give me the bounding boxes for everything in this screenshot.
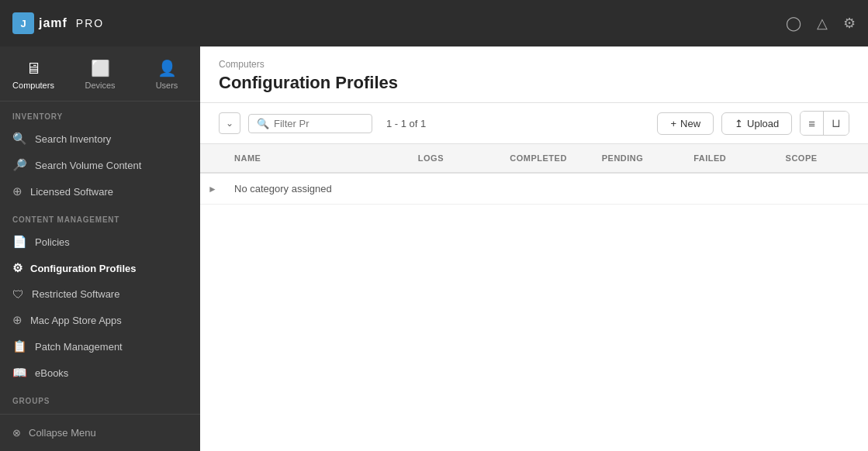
list-view-button[interactable]: ≡ xyxy=(801,112,824,135)
filter-input-wrapper[interactable]: 🔍 xyxy=(248,114,372,133)
sidebar-item-computers[interactable]: 🖥 Computers xyxy=(0,54,67,95)
jamf-logo: J jamf PRO xyxy=(12,12,104,34)
content-header: Computers Configuration Profiles xyxy=(200,46,868,103)
sidebar-item-policies[interactable]: 📄 Policies xyxy=(0,229,200,255)
mac-app-store-icon: ⊕ xyxy=(12,313,22,327)
sidebar-item-users[interactable]: 👤 Users xyxy=(133,54,200,95)
row-name: No category assigned xyxy=(225,183,409,195)
page-count: 1 - 1 of 1 xyxy=(386,118,426,129)
table-container: NAME LOGS COMPLETED PENDING FAILED SCOPE… xyxy=(200,144,868,451)
table-row: ► No category assigned xyxy=(200,174,868,204)
upload-icon: ↥ xyxy=(735,118,743,129)
user-icon[interactable]: ◯ xyxy=(786,15,801,32)
jamf-pro-text: jamf PRO xyxy=(39,16,104,30)
licensed-software-icon: ⊕ xyxy=(12,184,22,198)
restricted-software-icon: 🛡 xyxy=(12,287,24,301)
col-logs: LOGS xyxy=(409,150,500,166)
content-management-section-label: CONTENT MANAGEMENT xyxy=(0,205,200,229)
plus-icon: + xyxy=(670,118,676,129)
devices-icon: ⬜ xyxy=(91,59,110,77)
jamf-logo-icon: J xyxy=(12,12,34,34)
sidebar-item-configuration-profiles[interactable]: ⚙ Configuration Profiles xyxy=(0,255,200,281)
sidebar-item-restricted-software[interactable]: 🛡 Restricted Software xyxy=(0,281,200,307)
sidebar-item-mac-app-store[interactable]: ⊕ Mac App Store Apps xyxy=(0,307,200,333)
new-button[interactable]: + New xyxy=(657,112,714,135)
sidebar-top-icons: 🖥 Computers ⬜ Devices 👤 Users xyxy=(0,46,200,102)
collapse-menu-icon: ⊗ xyxy=(12,427,21,439)
ebooks-icon: 📖 xyxy=(12,366,27,380)
groups-section-label: GROUPS xyxy=(0,386,200,410)
col-pending: PENDING xyxy=(593,150,684,166)
col-completed: COMPLETED xyxy=(500,150,592,166)
upload-button[interactable]: ↥ Upload xyxy=(721,112,792,135)
sidebar-item-licensed-software[interactable]: ⊕ Licensed Software xyxy=(0,178,200,205)
inventory-section-label: INVENTORY xyxy=(0,102,200,126)
col-expand xyxy=(200,150,225,166)
col-name: NAME xyxy=(225,150,409,166)
collapse-toolbar-button[interactable]: ⌄ xyxy=(219,112,240,134)
breadcrumb: Computers xyxy=(219,59,849,70)
main-layout: 🖥 Computers ⬜ Devices 👤 Users INVENTORY … xyxy=(0,46,868,451)
users-icon: 👤 xyxy=(157,59,177,77)
toolbar: ⌄ 🔍 1 - 1 of 1 + New ↥ Upload ≡ ⊔ xyxy=(200,103,868,144)
lightning-icon[interactable]: △ xyxy=(817,15,828,32)
volume-search-icon: 🔎 xyxy=(12,158,27,172)
sidebar: 🖥 Computers ⬜ Devices 👤 Users INVENTORY … xyxy=(0,46,200,451)
page-title: Configuration Profiles xyxy=(219,73,849,102)
collapse-menu-button[interactable]: ⊗ Collapse Menu xyxy=(0,421,200,445)
view-toggle: ≡ ⊔ xyxy=(800,111,849,136)
sidebar-item-patch-management[interactable]: 📋 Patch Management xyxy=(0,333,200,360)
sidebar-bottom: ⊗ Collapse Menu xyxy=(0,414,200,451)
sidebar-item-ebooks[interactable]: 📖 eBooks xyxy=(0,360,200,386)
col-scope: SCOPE xyxy=(776,150,868,166)
filter-search-icon: 🔍 xyxy=(257,118,269,129)
configuration-profiles-icon: ⚙ xyxy=(12,261,22,275)
computers-icon: 🖥 xyxy=(26,60,41,77)
gear-icon[interactable]: ⚙ xyxy=(843,15,856,32)
sidebar-item-devices[interactable]: ⬜ Devices xyxy=(67,54,133,95)
policies-icon: 📄 xyxy=(12,235,27,249)
patch-management-icon: 📋 xyxy=(12,339,27,353)
row-expand-button[interactable]: ► xyxy=(200,184,225,195)
sidebar-item-search-inventory[interactable]: 🔍 Search Inventory xyxy=(0,126,200,152)
col-failed: FAILED xyxy=(684,150,776,166)
search-icon: 🔍 xyxy=(12,132,27,146)
table-header: NAME LOGS COMPLETED PENDING FAILED SCOPE xyxy=(200,144,868,174)
content-area: Computers Configuration Profiles ⌄ 🔍 1 -… xyxy=(200,46,868,451)
grid-view-button[interactable]: ⊔ xyxy=(824,112,849,135)
sidebar-item-search-volume[interactable]: 🔎 Search Volume Content xyxy=(0,152,200,178)
logo-area: J jamf PRO xyxy=(12,12,104,34)
top-nav-actions: ◯ △ ⚙ xyxy=(786,15,856,32)
filter-input[interactable] xyxy=(274,118,351,129)
top-navigation: J jamf PRO ◯ △ ⚙ xyxy=(0,0,868,46)
table-row-group: ► No category assigned xyxy=(200,174,868,205)
